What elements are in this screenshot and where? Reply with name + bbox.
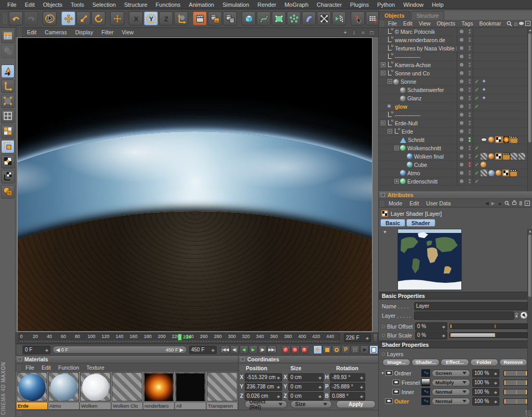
viewport-canvas[interactable] bbox=[17, 37, 373, 332]
attr-tab-basic[interactable]: Basic bbox=[380, 219, 405, 227]
blend-mode-dropdown[interactable]: Screen bbox=[432, 370, 470, 377]
menu-help[interactable]: Help bbox=[428, 2, 448, 8]
autokey-icon[interactable]: ○ bbox=[291, 345, 300, 354]
home-icon[interactable]: ⌂ bbox=[514, 20, 517, 27]
visibility-dots-icon[interactable] bbox=[466, 61, 473, 69]
rotation-b-field[interactable]: 0.088 ° bbox=[330, 392, 365, 400]
eye-icon[interactable] bbox=[519, 22, 524, 25]
effect-button[interactable]: Effect... bbox=[441, 359, 469, 366]
visibility-dots-icon[interactable] bbox=[466, 119, 473, 127]
visibility-dots-icon[interactable] bbox=[466, 36, 473, 44]
material-atmo[interactable]: Atmo bbox=[48, 372, 79, 409]
add-cube-button[interactable] bbox=[242, 11, 256, 25]
pick-object-icon[interactable] bbox=[520, 311, 528, 319]
expand-toggle-icon[interactable]: − bbox=[388, 129, 392, 134]
layer-opacity-field[interactable]: 100 % bbox=[472, 397, 499, 406]
clap-tag-icon[interactable] bbox=[503, 153, 510, 160]
help-button[interactable]: ? bbox=[351, 11, 365, 25]
material-transparen[interactable]: Transparen bbox=[207, 372, 237, 409]
blur-offset-field[interactable]: 0 % bbox=[415, 322, 447, 331]
layer-dot-icon[interactable] bbox=[457, 177, 466, 186]
materials-menu-texture[interactable]: Texture bbox=[83, 364, 108, 371]
name-field[interactable]: Layer bbox=[414, 302, 528, 310]
layer-expand-button[interactable]: ▸ bbox=[514, 312, 519, 319]
play-forward-icon[interactable]: ▶ bbox=[249, 345, 258, 354]
resize-grip[interactable] bbox=[525, 410, 531, 416]
tree-row-atmo[interactable]: Atmo✓ bbox=[379, 169, 532, 177]
tree-row-kamera-achse[interactable]: +Kamera-Achse bbox=[379, 61, 532, 69]
visibility-dots-icon[interactable] bbox=[466, 77, 473, 86]
model-mode-button[interactable] bbox=[1, 64, 15, 78]
position-y-field[interactable]: 236.738 cm bbox=[245, 383, 282, 391]
enable-check-icon[interactable]: ✓ bbox=[473, 86, 481, 94]
objects-menu-bookmar[interactable]: Bookmar bbox=[476, 20, 504, 27]
attr-tab-shader[interactable]: Shader bbox=[406, 219, 435, 227]
blend-mode-dropdown[interactable]: Normal bbox=[432, 388, 470, 396]
materials-menu-edit[interactable]: Edit bbox=[38, 364, 55, 371]
visibility-dots-icon[interactable] bbox=[466, 86, 473, 94]
play-backward-icon[interactable]: ◀ bbox=[240, 345, 248, 354]
add-array-button[interactable] bbox=[287, 11, 301, 25]
visibility-dots-icon[interactable] bbox=[466, 152, 473, 161]
make-editable-button[interactable] bbox=[1, 30, 15, 43]
layer-thumbnail[interactable] bbox=[421, 397, 430, 405]
layer-eye-icon[interactable] bbox=[385, 398, 393, 404]
layer-eye-icon[interactable] bbox=[392, 380, 400, 385]
shader-layer-inner[interactable]: InnerNormal100 % bbox=[381, 387, 528, 396]
expand-toggle-icon[interactable]: − bbox=[388, 79, 392, 84]
rotate-tool-button[interactable] bbox=[91, 11, 105, 25]
visibility-dots-icon[interactable] bbox=[466, 44, 473, 53]
tree-row-textures-by-nasa-visible-eart[interactable]: Textures by Nasa Visible Eart bbox=[379, 44, 532, 53]
attributes-scrollbar[interactable]: ▲ bbox=[527, 229, 532, 417]
key-toggle-icon[interactable] bbox=[382, 334, 385, 337]
expand-toggle-icon[interactable]: − bbox=[394, 146, 399, 150]
blur-scale-slider[interactable] bbox=[449, 332, 528, 338]
tab-structure[interactable]: Structure bbox=[411, 11, 445, 20]
loop-start-field[interactable]: 0 F bbox=[23, 346, 50, 354]
tree-row-cube[interactable]: Cube✓ bbox=[379, 161, 532, 169]
expand-toggle-icon[interactable]: + bbox=[381, 62, 385, 67]
stepper-icon[interactable] bbox=[442, 333, 445, 338]
stripe-tag-icon[interactable] bbox=[511, 153, 517, 160]
enable-check-icon[interactable]: ✓ bbox=[473, 152, 481, 161]
objects-menu-edit[interactable]: Edit bbox=[400, 20, 416, 27]
prev-key-icon[interactable]: ◀| bbox=[230, 345, 239, 354]
layer-thumbnail[interactable] bbox=[421, 379, 430, 386]
loop-end-field[interactable]: 450 F bbox=[189, 346, 217, 354]
layer-opacity-slider[interactable] bbox=[503, 398, 528, 405]
enable-check-icon[interactable] bbox=[473, 136, 481, 144]
menu-character[interactable]: Character bbox=[313, 2, 346, 8]
blur-offset-slider[interactable] bbox=[449, 323, 528, 329]
layer-dot-icon[interactable] bbox=[457, 69, 466, 77]
menu-objects[interactable]: Objects bbox=[39, 2, 66, 8]
visibility-dots-icon[interactable] bbox=[466, 169, 473, 177]
ruler-options-button[interactable] bbox=[373, 333, 378, 342]
stripe-tag-icon[interactable] bbox=[481, 153, 487, 160]
target-tag-icon[interactable]: ✦ bbox=[481, 78, 487, 85]
layer-dot-icon[interactable] bbox=[457, 86, 466, 94]
search-icon[interactable] bbox=[507, 21, 512, 27]
remove-button[interactable]: Remove bbox=[499, 359, 527, 366]
render-settings-button[interactable] bbox=[223, 11, 237, 25]
menu-functions[interactable]: Functions bbox=[152, 2, 185, 8]
rotation-p-field[interactable]: -25.889 ° bbox=[330, 383, 365, 391]
render-picture-button[interactable] bbox=[208, 11, 222, 25]
move-tool-button[interactable] bbox=[61, 11, 75, 25]
texture-mode-button[interactable] bbox=[1, 140, 15, 153]
timeline-playhead[interactable] bbox=[178, 334, 182, 341]
convert-button[interactable] bbox=[1, 45, 15, 58]
tree-row-sonne-und-co[interactable]: −Sonne und Co bbox=[379, 69, 532, 77]
panel-icon[interactable] bbox=[18, 357, 22, 361]
menu-mograph[interactable]: MoGraph bbox=[281, 2, 313, 8]
zoom-view-icon[interactable]: ↕ bbox=[351, 30, 357, 35]
tree-row-schnitt[interactable]: Schnitt bbox=[379, 136, 532, 144]
xpresso-button[interactable]: ? bbox=[366, 11, 380, 25]
panel-icon[interactable] bbox=[241, 357, 245, 361]
add-panel-icon[interactable]: + bbox=[525, 21, 530, 26]
axis-move-button[interactable] bbox=[110, 11, 124, 25]
visibility-dots-icon[interactable] bbox=[466, 111, 473, 119]
clap-tag-icon[interactable] bbox=[511, 136, 517, 143]
glow-tag-icon[interactable] bbox=[503, 136, 510, 143]
apply-button[interactable]: Apply bbox=[336, 400, 376, 408]
pan-view-icon[interactable]: + bbox=[342, 30, 349, 35]
